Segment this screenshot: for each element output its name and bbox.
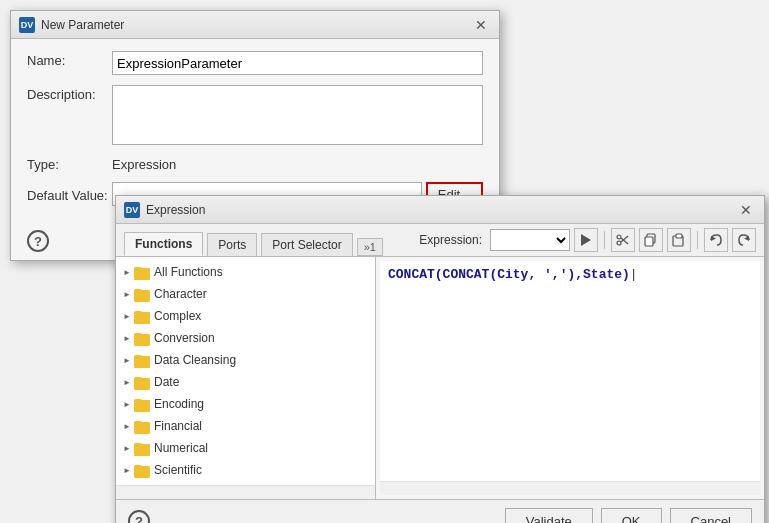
- toolbar-separator-1: [604, 231, 605, 249]
- copy-button[interactable]: [639, 228, 663, 252]
- tree-item-label: Data Cleansing: [154, 353, 236, 367]
- redo-button[interactable]: [732, 228, 756, 252]
- description-label: Description:: [27, 85, 112, 102]
- tree-arrow-icon: ►: [120, 353, 134, 367]
- ok-button[interactable]: OK: [601, 508, 662, 523]
- expression-content: Functions Ports Port Selector »1 Express…: [116, 224, 764, 523]
- tree-arrow-icon: ►: [120, 419, 134, 433]
- function-tree[interactable]: ►All Functions►Character►Complex►Convers…: [116, 257, 375, 485]
- tree-item[interactable]: ►Date: [116, 371, 375, 393]
- tree-bottom-bar: [116, 485, 375, 499]
- svg-marker-10: [744, 236, 749, 241]
- folder-icon: [134, 462, 150, 478]
- tree-arrow-icon: ►: [120, 309, 134, 323]
- expression-title: Expression: [146, 203, 205, 217]
- new-param-title: New Parameter: [41, 18, 124, 32]
- tree-arrow-icon: ►: [120, 265, 134, 279]
- scissors-button[interactable]: [611, 228, 635, 252]
- tree-item[interactable]: ►Character: [116, 283, 375, 305]
- tab-ports[interactable]: Ports: [207, 233, 257, 256]
- function-tree-panel: ►All Functions►Character►Complex►Convers…: [116, 257, 376, 499]
- expression-select[interactable]: [490, 229, 570, 251]
- expression-label: Expression:: [419, 233, 482, 247]
- tree-item-label: Conversion: [154, 331, 215, 345]
- expression-close-button[interactable]: ✕: [736, 200, 756, 220]
- folder-icon: [134, 440, 150, 456]
- tree-item[interactable]: ►Data Cleansing: [116, 349, 375, 371]
- tree-arrow-icon: ►: [120, 397, 134, 411]
- undo-icon: [709, 233, 723, 247]
- paste-button[interactable]: [667, 228, 691, 252]
- folder-icon: [134, 286, 150, 302]
- new-param-dialog-icon: DV: [19, 17, 35, 33]
- run-button[interactable]: [574, 228, 598, 252]
- svg-marker-0: [581, 234, 591, 246]
- tree-item-label: Character: [154, 287, 207, 301]
- undo-button[interactable]: [704, 228, 728, 252]
- svg-rect-6: [645, 237, 653, 246]
- svg-point-1: [617, 235, 621, 239]
- tree-item-label: Financial: [154, 419, 202, 433]
- tree-arrow-icon: ►: [120, 287, 134, 301]
- svg-marker-9: [711, 236, 716, 241]
- folder-icon: [134, 374, 150, 390]
- expression-titlebar: DV Expression ✕: [116, 196, 764, 224]
- toolbar-separator-2: [697, 231, 698, 249]
- tree-item-label: Complex: [154, 309, 201, 323]
- name-row: Name:: [27, 51, 483, 75]
- tree-arrow-icon: ►: [120, 375, 134, 389]
- description-input[interactable]: [112, 85, 483, 145]
- tree-arrow-icon: ►: [120, 441, 134, 455]
- type-label: Type:: [27, 155, 112, 172]
- new-param-close-button[interactable]: ✕: [471, 15, 491, 35]
- tree-item[interactable]: ►All Functions: [116, 261, 375, 283]
- run-icon: [579, 233, 593, 247]
- folder-icon: [134, 330, 150, 346]
- folder-icon: [134, 264, 150, 280]
- tree-item-label: Numerical: [154, 441, 208, 455]
- tree-item-label: Scientific: [154, 463, 202, 477]
- tab-more[interactable]: »1: [357, 238, 383, 256]
- tree-item-label: Date: [154, 375, 179, 389]
- copy-icon: [644, 233, 658, 247]
- scissors-icon: [616, 233, 630, 247]
- type-value: Expression: [112, 155, 483, 172]
- tree-item[interactable]: ►Conversion: [116, 327, 375, 349]
- tree-item-label: All Functions: [154, 265, 223, 279]
- redo-icon: [737, 233, 751, 247]
- expression-text: CONCAT(CONCAT(City, ','),State): [388, 267, 630, 282]
- svg-rect-8: [676, 234, 682, 238]
- expression-main: ►All Functions►Character►Complex►Convers…: [116, 257, 764, 499]
- tree-item-label: Encoding: [154, 397, 204, 411]
- tree-item[interactable]: ►Numerical: [116, 437, 375, 459]
- expression-dialog-icon: DV: [124, 202, 140, 218]
- description-row: Description:: [27, 85, 483, 145]
- svg-point-2: [617, 241, 621, 245]
- cancel-button[interactable]: Cancel: [670, 508, 752, 523]
- tree-arrow-icon: ►: [120, 463, 134, 477]
- tree-arrow-icon: ►: [120, 331, 134, 345]
- folder-icon: [134, 352, 150, 368]
- expression-dialog: DV Expression ✕ Functions Ports Port Sel…: [115, 195, 765, 523]
- tab-functions[interactable]: Functions: [124, 232, 203, 256]
- validate-button[interactable]: Validate: [505, 508, 593, 523]
- folder-icon: [134, 396, 150, 412]
- tree-item[interactable]: ►Financial: [116, 415, 375, 437]
- tree-item[interactable]: ►Scientific: [116, 459, 375, 481]
- expression-editor[interactable]: CONCAT(CONCAT(City, ','),State)|: [380, 261, 760, 481]
- new-param-titlebar: DV New Parameter ✕: [11, 11, 499, 39]
- folder-icon: [134, 308, 150, 324]
- new-param-help-button[interactable]: ?: [27, 230, 49, 252]
- type-row: Type: Expression: [27, 155, 483, 172]
- expression-footer: ? Validate OK Cancel: [116, 499, 764, 523]
- tree-item[interactable]: ►Encoding: [116, 393, 375, 415]
- name-label: Name:: [27, 51, 112, 68]
- name-input[interactable]: [112, 51, 483, 75]
- default-value-label: Default Value:: [27, 186, 112, 203]
- tab-port-selector[interactable]: Port Selector: [261, 233, 352, 256]
- folder-icon: [134, 418, 150, 434]
- footer-buttons: Validate OK Cancel: [505, 508, 752, 523]
- expression-help-button[interactable]: ?: [128, 510, 150, 523]
- editor-bottom-bar: [380, 481, 760, 495]
- tree-item[interactable]: ►Complex: [116, 305, 375, 327]
